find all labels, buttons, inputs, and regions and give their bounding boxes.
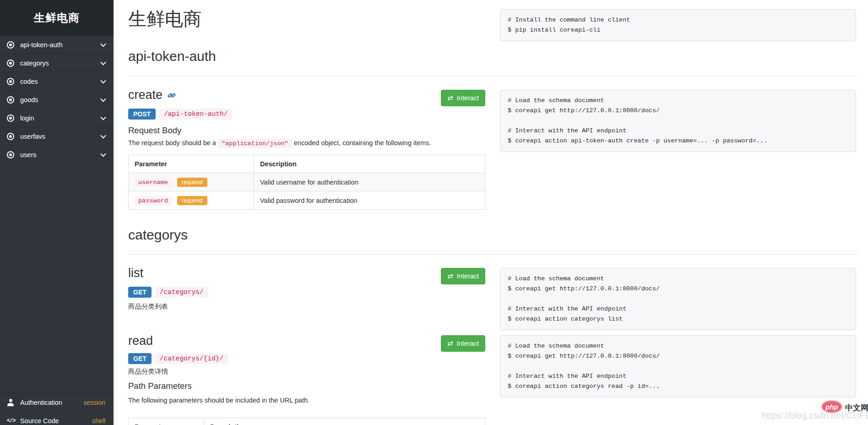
method-badge-get: GET	[128, 287, 152, 298]
main-content: 生鲜电商 # Install the command line client $…	[114, 0, 868, 425]
link-icon[interactable]	[167, 91, 176, 100]
endpoint-path: /categorys/	[155, 287, 208, 298]
php-logo-suffix: 中文网	[845, 403, 868, 413]
endpoint-row-create: POST /api-token-auth/	[128, 109, 232, 120]
section-heading-categorys: categorys	[128, 227, 188, 243]
sidebar-nav: api-token-auth categorys codes goods log…	[0, 36, 114, 164]
sidebar-item-goods[interactable]: goods	[0, 91, 114, 109]
chevron-down-icon	[100, 151, 106, 157]
table-header-row: Parameter Description	[129, 155, 485, 173]
interact-button-list[interactable]: ⇄ Interact	[441, 268, 485, 284]
table-row-username: username required Valid username for aut…	[129, 173, 485, 191]
dot-circle-icon	[7, 41, 14, 49]
required-badge: required	[177, 178, 207, 187]
operation-heading-list: list	[128, 266, 143, 280]
chevron-down-icon	[100, 114, 106, 120]
sidebar-item-label: categorys	[20, 60, 49, 67]
content-type-inline-code: "application/json"	[218, 139, 292, 148]
sidebar-item-label: userfavs	[20, 133, 45, 140]
sidebar: 生鲜电商 api-token-auth categorys codes good…	[0, 0, 114, 425]
divider	[128, 76, 860, 76]
exchange-icon: ⇄	[447, 273, 453, 280]
dot-circle-icon	[7, 78, 14, 85]
sidebar-header: 生鲜电商	[0, 0, 114, 36]
operation-name: list	[128, 266, 143, 280]
endpoint-row-read: GET /categorys/{id}/	[128, 353, 228, 364]
exchange-icon: ⇄	[447, 95, 453, 102]
interact-button-create[interactable]: ⇄ Interact	[441, 90, 485, 106]
param-cell: username required	[129, 173, 254, 191]
divider	[128, 254, 860, 255]
param-name: username	[135, 178, 172, 187]
sidebar-item-login[interactable]: login	[0, 109, 114, 127]
method-badge-post: POST	[128, 109, 156, 120]
param-description: Valid password for authentication	[254, 191, 485, 210]
code-snippet-read: # Load the schema document $ coreapi get…	[500, 335, 856, 398]
param-name: password	[135, 196, 172, 206]
dot-circle-icon	[7, 151, 14, 158]
language-badge: shell	[92, 417, 105, 425]
code-icon: </>	[7, 418, 14, 424]
php-logo: php	[821, 400, 842, 413]
interact-label: Interact	[457, 272, 479, 280]
sidebar-brand: 生鲜电商	[34, 11, 80, 25]
sidebar-item-label: users	[20, 151, 36, 158]
code-snippet-create: # Load the schema document $ coreapi get…	[500, 90, 856, 152]
table-header-description: Description	[254, 155, 485, 173]
request-body-text-pre: The request body should be a	[128, 139, 218, 147]
sidebar-item-label: api-token-auth	[20, 41, 63, 49]
chevron-down-icon	[100, 41, 106, 47]
param-cell: password required	[129, 191, 254, 210]
operation-name: create	[128, 88, 163, 102]
interact-label: Interact	[457, 94, 479, 102]
sidebar-item-api-token-auth[interactable]: api-token-auth	[0, 36, 114, 54]
sidebar-item-userfavs[interactable]: userfavs	[0, 127, 114, 146]
operation-heading-create: create	[128, 88, 176, 102]
operation-name: read	[128, 334, 153, 348]
interact-label: Interact	[457, 340, 479, 347]
watermark: https://blog.csdn.net/CUFEECR php 中文网	[762, 399, 868, 423]
path-parameters-heading: Path Parameters	[128, 381, 192, 391]
sidebar-item-label: Source Code	[20, 417, 59, 425]
sidebar-item-codes[interactable]: codes	[0, 72, 114, 91]
table-header-parameter: Parameter	[129, 155, 254, 173]
chevron-down-icon	[100, 78, 106, 84]
dot-circle-icon	[7, 60, 14, 67]
path-parameters-table: Parameter Description	[128, 418, 485, 425]
request-body-heading: Request Body	[128, 125, 181, 136]
operation-description: 商品分类列表	[128, 302, 168, 311]
page-title: 生鲜电商	[128, 6, 201, 32]
chevron-down-icon	[100, 96, 106, 102]
user-icon	[7, 399, 14, 406]
sidebar-item-label: Authentication	[20, 399, 62, 406]
method-badge-get: GET	[128, 353, 152, 364]
operation-description: 商品分类详情	[128, 367, 168, 376]
endpoint-row-list: GET /categorys/	[128, 287, 208, 298]
chevron-down-icon	[100, 133, 106, 139]
dot-circle-icon	[7, 114, 14, 122]
request-body-text: The request body should be a "applicatio…	[128, 139, 431, 147]
table-row-password: password required Valid password for aut…	[129, 191, 485, 210]
sidebar-item-source-code[interactable]: </> Source Code shell	[0, 411, 114, 425]
required-badge: required	[177, 196, 207, 205]
interact-button-read[interactable]: ⇄ Interact	[441, 335, 485, 352]
code-snippet-list: # Load the schema document $ coreapi get…	[500, 268, 856, 330]
dot-circle-icon	[7, 133, 14, 140]
code-snippet-install: # Install the command line client $ pip …	[500, 9, 856, 41]
table-header-description: Description	[204, 418, 485, 425]
sidebar-item-categorys[interactable]: categorys	[0, 54, 114, 72]
sidebar-item-users[interactable]: users	[0, 146, 114, 164]
request-body-table: Parameter Description username required …	[128, 155, 485, 210]
request-body-text-post: encoded object, containing the following…	[294, 139, 431, 147]
dot-circle-icon	[7, 96, 14, 104]
sidebar-item-authentication[interactable]: Authentication session	[0, 393, 114, 411]
section-heading-api-token-auth: api-token-auth	[128, 49, 216, 64]
auth-scheme-badge: session	[84, 399, 105, 406]
endpoint-path: /categorys/{id}/	[155, 353, 228, 364]
table-header-row: Parameter Description	[129, 418, 485, 425]
php-logo-text: php	[825, 403, 838, 411]
chevron-down-icon	[100, 60, 106, 65]
sidebar-footer: Authentication session </> Source Code s…	[0, 393, 114, 425]
exchange-icon: ⇄	[447, 340, 453, 347]
operation-heading-read: read	[128, 334, 153, 348]
